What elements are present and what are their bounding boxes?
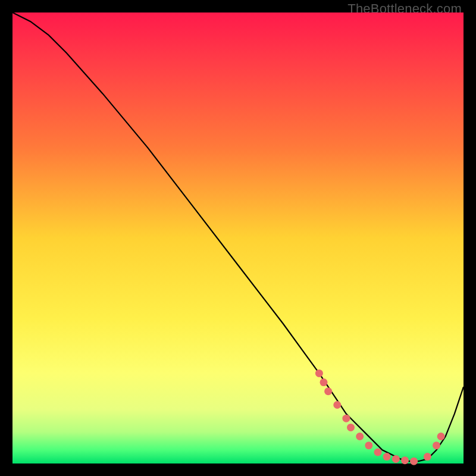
data-marker xyxy=(374,449,382,456)
data-markers xyxy=(315,369,445,465)
data-marker xyxy=(320,378,328,386)
chart-stage: TheBottleneck.com xyxy=(0,0,476,476)
data-marker xyxy=(315,369,323,377)
data-marker xyxy=(365,441,372,449)
plot-area xyxy=(12,12,464,464)
data-marker xyxy=(392,455,400,463)
data-marker xyxy=(401,456,409,464)
data-marker xyxy=(410,458,418,465)
data-curve xyxy=(12,12,464,461)
data-marker xyxy=(356,433,364,440)
data-marker xyxy=(433,441,440,449)
data-marker xyxy=(347,424,355,431)
chart-svg xyxy=(12,12,464,464)
data-marker xyxy=(342,415,350,422)
data-marker xyxy=(333,401,341,409)
data-marker xyxy=(383,453,391,461)
data-marker xyxy=(424,453,431,461)
data-marker xyxy=(437,433,445,440)
data-marker xyxy=(324,387,332,395)
